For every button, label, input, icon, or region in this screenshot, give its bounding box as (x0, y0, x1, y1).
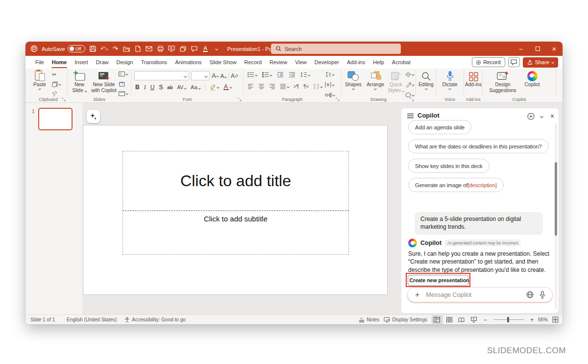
strikethrough-button[interactable]: ab (167, 85, 172, 90)
minimize-button[interactable]: – (513, 42, 529, 56)
subtitle-placeholder[interactable]: Click to add subtitle (122, 211, 349, 255)
accessibility-indicator[interactable]: Accessibility: Good to go (124, 317, 186, 323)
cut-button[interactable]: ✂ (52, 71, 61, 78)
tab-add-ins[interactable]: Add-ins (343, 56, 369, 69)
drawing-dialog-launcher[interactable] (410, 97, 414, 101)
maximize-button[interactable] (529, 42, 546, 56)
zoom-level[interactable]: 66% (538, 317, 548, 322)
bullets-button[interactable] (247, 72, 257, 77)
notes-button[interactable]: Notes (359, 317, 379, 322)
tab-slide-show[interactable]: Slide Show (206, 56, 241, 69)
suggestion-pill-generate-image[interactable]: Generate an image of [description] (408, 178, 504, 192)
clipboard-dialog-launcher[interactable] (62, 97, 66, 101)
underline-button[interactable]: U (150, 84, 155, 91)
text-direction-button[interactable] (325, 71, 335, 78)
slide-thumbnail[interactable] (38, 108, 73, 130)
tab-design[interactable]: Design (112, 56, 137, 69)
new-slide-button[interactable]: New Slide (70, 70, 89, 93)
tab-view[interactable]: View (291, 56, 311, 69)
character-spacing-button[interactable]: AV (177, 85, 186, 90)
autosave-toggle[interactable]: Off (68, 45, 85, 52)
line-spacing-button[interactable] (300, 72, 310, 77)
font-color-button[interactable]: A (223, 84, 232, 91)
editing-button[interactable]: Editing (417, 70, 435, 90)
autosave-control[interactable]: AutoSave Off (42, 45, 85, 52)
tab-developer[interactable]: Developer (311, 56, 343, 69)
bold-button[interactable]: B (135, 84, 140, 91)
shapes-button[interactable]: Shapes (343, 70, 364, 90)
paste-button[interactable]: Paste (31, 70, 49, 90)
copilot-collapse-button[interactable] (537, 112, 546, 121)
copilot-message-input[interactable]: + Message Copilot (407, 287, 553, 302)
copilot-ribbon-button[interactable]: Copilot (521, 70, 543, 87)
slide-layout-button[interactable] (119, 70, 128, 78)
tab-draw[interactable]: Draw (92, 56, 113, 69)
microphone-icon[interactable] (539, 291, 545, 299)
slide-indicator[interactable]: Slide 1 of 1 (30, 317, 55, 322)
close-button[interactable]: × (546, 42, 563, 56)
undo-icon[interactable]: ↶ (100, 45, 108, 53)
rtl-direction-button[interactable]: ¶< (303, 84, 309, 89)
section-button[interactable] (119, 90, 128, 97)
save-icon[interactable] (89, 45, 97, 53)
tab-record[interactable]: Record (241, 56, 266, 69)
tab-acrobat[interactable]: Acrobat (388, 56, 415, 69)
tab-animations[interactable]: Animations (171, 56, 205, 69)
quick-access-overflow-icon[interactable] (213, 45, 220, 53)
comments-button[interactable] (508, 57, 520, 67)
normal-view-button[interactable] (432, 315, 442, 324)
zoom-slider-thumb[interactable] (507, 317, 509, 322)
align-text-button[interactable] (325, 81, 335, 89)
decrease-indent-button[interactable] (277, 72, 284, 77)
record-button[interactable]: Record (472, 57, 505, 67)
font-color-icon[interactable]: A (202, 45, 209, 53)
slide-sorter-view-button[interactable] (444, 315, 455, 324)
shrink-font-button[interactable]: A (220, 73, 226, 79)
copy-slide-icon[interactable] (179, 45, 187, 53)
grow-font-button[interactable]: A (212, 72, 219, 79)
globe-icon[interactable] (526, 291, 534, 298)
text-shadow-button[interactable]: S (159, 84, 163, 91)
clear-formatting-button[interactable]: A (231, 73, 238, 79)
paragraph-dialog-launcher[interactable] (336, 97, 340, 101)
zoom-out-button[interactable]: − (484, 316, 487, 323)
shape-fill-button[interactable] (405, 71, 414, 78)
new-document-icon[interactable] (134, 45, 142, 53)
share-button[interactable]: Share (523, 57, 558, 68)
suggestion-pill-deadlines[interactable]: What are the dates or deadlines in this … (408, 139, 549, 153)
tab-file[interactable]: File (31, 56, 48, 69)
fit-slide-button[interactable] (552, 316, 559, 323)
new-chat-button[interactable] (526, 112, 535, 121)
email-icon[interactable] (146, 45, 153, 53)
redo-icon[interactable]: ↷ (112, 45, 119, 53)
reading-view-button[interactable] (456, 315, 467, 324)
search-box[interactable]: Search (271, 44, 401, 54)
tab-transitions[interactable]: Transitions (137, 56, 171, 69)
copilot-close-button[interactable]: × (548, 112, 557, 121)
font-dialog-launcher[interactable] (238, 97, 242, 101)
copilot-menu-button[interactable] (407, 113, 414, 119)
slideshow-view-button[interactable] (468, 315, 479, 324)
increase-indent-button[interactable] (289, 72, 295, 77)
align-center-button[interactable] (258, 84, 265, 89)
text-highlight-button[interactable] (210, 84, 219, 91)
designer-sparkle-button[interactable] (87, 110, 100, 123)
create-new-presentation-button[interactable]: Create new presentation (408, 275, 468, 286)
font-size-combobox[interactable] (191, 71, 210, 80)
zoom-slider[interactable] (493, 319, 524, 320)
comment-check-icon[interactable] (191, 45, 198, 53)
slideshow-icon[interactable] (168, 45, 175, 53)
suggestion-pill-agenda[interactable]: Add an agenda slide (408, 120, 471, 134)
ltr-direction-button[interactable]: >¶ (294, 84, 299, 89)
font-name-combobox[interactable] (134, 71, 189, 80)
open-folder-icon[interactable] (123, 45, 130, 53)
numbering-button[interactable] (262, 72, 272, 77)
zoom-in-button[interactable]: + (530, 316, 534, 323)
slide-canvas[interactable]: Click to add title Click to add subtitle (83, 125, 388, 295)
columns-button[interactable] (313, 84, 322, 89)
addins-button[interactable]: Add-ins (465, 70, 482, 87)
new-slide-with-copilot-button[interactable]: New Slide with Copilot (90, 70, 118, 93)
align-right-button[interactable] (269, 84, 275, 89)
copy-button[interactable] (52, 80, 61, 88)
title-placeholder[interactable]: Click to add title (122, 151, 349, 211)
